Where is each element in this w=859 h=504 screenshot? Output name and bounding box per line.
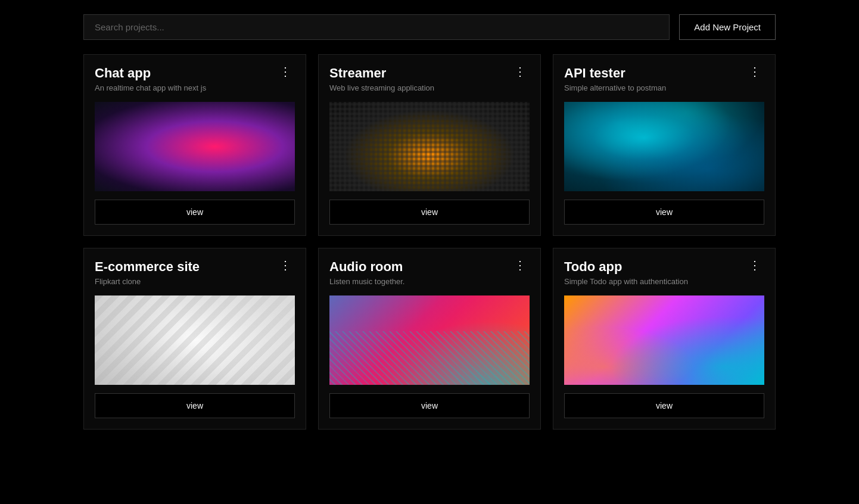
- card-header: E-commerce site Flipkart clone ⋮: [84, 248, 306, 291]
- projects-grid: Chat app An realtime chat app with next …: [0, 54, 859, 453]
- card-image: [564, 295, 764, 385]
- card-header: Todo app Simple Todo app with authentica…: [553, 248, 775, 291]
- card-title-group: E-commerce site Flipkart clone: [95, 259, 277, 286]
- card-image-visual: [95, 295, 295, 385]
- view-button[interactable]: view: [564, 393, 764, 418]
- project-card-todo-app: Todo app Simple Todo app with authentica…: [553, 248, 776, 430]
- card-header: API tester Simple alternative to postman…: [553, 55, 775, 97]
- card-title: Audio room: [329, 259, 512, 275]
- card-image: [329, 295, 530, 385]
- card-header: Streamer Web live streaming application …: [319, 55, 540, 97]
- project-card-api-tester: API tester Simple alternative to postman…: [553, 54, 776, 236]
- project-card-ecommerce-site: E-commerce site Flipkart clone ⋮ view: [83, 248, 306, 430]
- card-subtitle: Web live streaming application: [329, 83, 512, 92]
- more-options-button[interactable]: ⋮: [512, 259, 530, 271]
- view-button[interactable]: view: [95, 200, 295, 225]
- card-title: API tester: [564, 66, 746, 81]
- card-title: Chat app: [95, 66, 277, 81]
- more-options-button[interactable]: ⋮: [746, 66, 764, 77]
- card-image: [329, 102, 530, 191]
- project-card-audio-room: Audio room Listen music together. ⋮ view: [318, 248, 541, 430]
- card-image-visual: [95, 102, 295, 191]
- card-subtitle: Flipkart clone: [95, 277, 277, 286]
- card-image-visual: [329, 295, 530, 385]
- card-image-visual: [564, 102, 764, 191]
- card-image-visual: [329, 102, 530, 191]
- card-title-group: Chat app An realtime chat app with next …: [95, 66, 277, 92]
- card-image: [564, 102, 764, 191]
- more-options-button[interactable]: ⋮: [277, 259, 295, 271]
- card-subtitle: Simple alternative to postman: [564, 83, 746, 92]
- more-options-button[interactable]: ⋮: [746, 259, 764, 271]
- card-subtitle: Listen music together.: [329, 277, 512, 286]
- card-header: Audio room Listen music together. ⋮: [319, 248, 540, 291]
- view-button[interactable]: view: [564, 200, 764, 225]
- top-bar: Add New Project: [0, 0, 859, 54]
- view-button[interactable]: view: [95, 393, 295, 418]
- view-button[interactable]: view: [329, 200, 530, 225]
- search-input[interactable]: [83, 14, 670, 40]
- view-button[interactable]: view: [329, 393, 530, 418]
- card-image-visual: [564, 295, 764, 385]
- project-card-streamer: Streamer Web live streaming application …: [318, 54, 541, 236]
- card-title-group: Streamer Web live streaming application: [329, 66, 512, 92]
- card-title: Streamer: [329, 66, 512, 81]
- more-options-button[interactable]: ⋮: [277, 66, 295, 77]
- card-title-group: Todo app Simple Todo app with authentica…: [564, 259, 746, 286]
- project-card-chat-app: Chat app An realtime chat app with next …: [83, 54, 306, 236]
- card-image: [95, 295, 295, 385]
- more-options-button[interactable]: ⋮: [512, 66, 530, 77]
- card-title: Todo app: [564, 259, 746, 275]
- card-title: E-commerce site: [95, 259, 277, 275]
- card-title-group: Audio room Listen music together.: [329, 259, 512, 286]
- card-image: [95, 102, 295, 191]
- card-header: Chat app An realtime chat app with next …: [84, 55, 306, 97]
- card-subtitle: Simple Todo app with authentication: [564, 277, 746, 286]
- add-new-project-button[interactable]: Add New Project: [679, 14, 776, 40]
- card-subtitle: An realtime chat app with next js: [95, 83, 277, 92]
- card-title-group: API tester Simple alternative to postman: [564, 66, 746, 92]
